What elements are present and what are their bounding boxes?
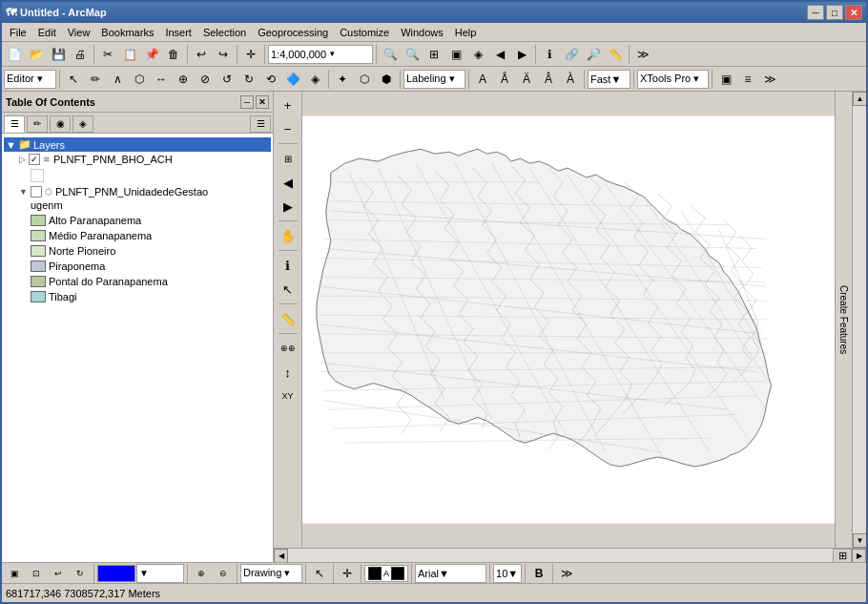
print-button[interactable]: 🖨 [70,44,91,65]
layer1-expand[interactable]: ▷ [19,155,26,164]
layer1-item[interactable]: ▷ ✓ ≋ PLNFT_PNM_BHO_ACH [4,152,271,167]
scroll-left-btn[interactable]: ◀ [274,549,288,563]
create-features-tab[interactable]: Create Features [835,92,852,548]
edit-tool6[interactable]: ⊕ [173,69,194,90]
menu-customize[interactable]: Customize [334,25,395,40]
label-tool3[interactable]: Ä [516,69,537,90]
cut-button[interactable]: ✂ [97,44,118,65]
bottom-dropdown1[interactable]: ▼ [136,564,184,583]
bottom-tool1[interactable]: ▣ [4,563,25,584]
close-button[interactable]: ✕ [845,5,862,20]
delete-button[interactable]: 🗑 [163,44,184,65]
pan-map-btn[interactable]: ✋ [277,224,300,247]
hyperlink-btn[interactable]: 🔗 [561,44,582,65]
scroll-down-btn[interactable]: ▼ [853,533,866,548]
sublayer-tibagi[interactable]: Tibagi [4,289,271,304]
open-button[interactable]: 📂 [26,44,47,65]
edit-tool15[interactable]: ⬢ [376,69,397,90]
back-extent-btn[interactable]: ◀ [277,171,300,194]
edit-tool14[interactable]: ⬡ [354,69,375,90]
map-tool-b[interactable]: ↕ [277,361,300,384]
edit-tool12[interactable]: ◈ [304,69,325,90]
edit-tool11[interactable]: 🔷 [282,69,303,90]
edit-tool13[interactable]: ✦ [332,69,353,90]
zoom-extent[interactable]: ⊞ [424,44,444,65]
size-dropdown[interactable]: 10 ▼ [493,564,522,583]
map-tool-c[interactable]: XY [277,385,300,407]
font-dropdown[interactable]: Arial ▼ [415,564,486,583]
scroll-up-btn[interactable]: ▲ [853,92,866,106]
fill-color[interactable] [368,567,382,580]
xtools-dropdown[interactable]: XTools Pro ▾ [637,70,709,89]
zoom-selection[interactable]: ◈ [467,44,488,65]
label-tool5[interactable]: À [560,69,581,90]
zoom-out-map[interactable]: 🔍 [402,44,423,65]
zoom-in-map[interactable]: 🔍 [380,44,401,65]
edit-tool9[interactable]: ↻ [238,69,259,90]
edit-tool3[interactable]: ∧ [107,69,128,90]
menu-file[interactable]: File [4,25,32,40]
save-button[interactable]: 💾 [48,44,69,65]
labeling-dropdown[interactable]: Labeling ▾ [403,70,465,89]
menu-help[interactable]: Help [449,25,483,40]
xtools-btn2[interactable]: ≡ [737,69,758,90]
menu-windows[interactable]: Windows [395,25,449,40]
bottom-tool3[interactable]: ↩ [48,563,69,584]
toc-tab-options[interactable]: ☰ [250,115,271,133]
edit-tool10[interactable]: ⟲ [260,69,281,90]
sublayer-alto[interactable]: Alto Paranapanema [4,213,271,228]
bold-btn[interactable]: B [528,563,549,584]
edit-tool8[interactable]: ↺ [217,69,238,90]
toc-tab-selection[interactable]: ◈ [72,115,93,133]
outline-color[interactable] [391,567,404,580]
toc-close[interactable]: ✕ [256,95,269,109]
scroll-track-v[interactable] [853,106,866,533]
layer1-checkbox[interactable]: ✓ [29,154,40,165]
drawing-dropdown[interactable]: Drawing ▾ [240,564,302,583]
zoom-next[interactable]: ▶ [511,44,532,65]
map-canvas[interactable]: Create Features [302,92,852,548]
identify-map-btn[interactable]: ℹ [277,254,300,277]
paste-button[interactable]: 📌 [141,44,162,65]
draw-select-btn[interactable]: ↖ [309,563,330,584]
menu-insert[interactable]: Insert [159,25,197,40]
xtools-btn1[interactable]: ▣ [715,69,736,90]
menu-geoprocessing[interactable]: Geoprocessing [252,25,334,40]
measure-btn[interactable]: 📏 [605,44,626,65]
edit-tool2[interactable]: ✏ [85,69,106,90]
toc-tab-list[interactable]: ☰ [4,115,25,133]
zoom-out-btn[interactable]: − [277,117,300,140]
sublayer-medio[interactable]: Médio Paranapanema [4,228,271,243]
vertical-scrollbar[interactable]: ▲ ▼ [852,92,866,548]
bottom-more[interactable]: ≫ [556,563,577,584]
layer2-item[interactable]: ▼ ⬡ PLNFT_PNM_UnidadedeGestao [4,184,271,199]
zoom-prev[interactable]: ◀ [489,44,510,65]
zoom-in-btn[interactable]: + [277,94,300,116]
minimize-button[interactable]: ─ [807,5,824,20]
horizontal-scrollbar[interactable]: ◀ ⊞ ▶ [274,548,866,562]
toc-tab-draw[interactable]: ✏ [27,115,48,133]
bottom-btn1[interactable]: ⊕ [191,563,212,584]
sublayer-piraponema[interactable]: Piraponema [4,259,271,274]
find-btn[interactable]: 🔎 [583,44,604,65]
menu-view[interactable]: View [62,25,96,40]
select-btn[interactable]: ↖ [277,278,300,301]
toc-minimize[interactable]: ─ [240,95,254,109]
fwd-extent-btn[interactable]: ▶ [277,195,300,218]
toc-layers-header[interactable]: ▼ 📁 Layers [4,137,271,152]
edit-tool4[interactable]: ⬡ [129,69,150,90]
sublayer-pontal[interactable]: Pontal do Paranapanema [4,274,271,289]
label-tool1[interactable]: A [472,69,493,90]
menu-bookmarks[interactable]: Bookmarks [95,25,159,40]
more-tools2[interactable]: ≫ [759,69,780,90]
menu-selection[interactable]: Selection [197,25,252,40]
edit-tool5[interactable]: ↔ [151,69,172,90]
more-tools1[interactable]: ≫ [632,44,653,65]
sublayer-norte[interactable]: Norte Pioneiro [4,243,271,259]
zoom-layer[interactable]: ▣ [445,44,466,65]
redo-button[interactable]: ↪ [213,44,234,65]
identify-btn[interactable]: ℹ [539,44,560,65]
scroll-track-h[interactable] [288,549,833,563]
maximize-button[interactable]: □ [826,5,843,20]
scale-dropdown[interactable]: 1:4,000,000 ▼ [268,45,373,64]
